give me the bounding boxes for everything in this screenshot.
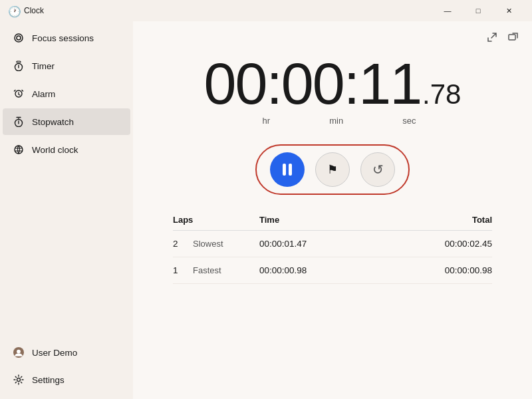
stopwatch-label: Stopwatch: [32, 117, 74, 127]
laps-col-header: Laps: [173, 215, 259, 225]
flag-icon: ⚑: [327, 162, 338, 177]
settings-label: Settings: [32, 375, 65, 385]
time-display: 00:00:11 .78: [204, 55, 462, 113]
alarm-icon: [13, 88, 24, 99]
lap-number-2: 2: [173, 239, 193, 249]
minimize-button[interactable]: —: [432, 0, 463, 21]
lap-tag-1: Fastest: [193, 265, 259, 275]
lap-time-1: 00:00:00.98: [259, 265, 379, 275]
reset-icon: ↺: [372, 162, 384, 178]
svg-point-0: [15, 34, 23, 42]
sidebar-bottom: User Demo Settings: [0, 338, 133, 399]
expand-controls: [484, 29, 521, 45]
lap-row: 2 Slowest 00:00:01.47 00:00:02.45: [173, 231, 492, 257]
detach-icon[interactable]: [505, 29, 521, 45]
focus-sessions-label: Focus sessions: [32, 33, 94, 43]
min-label: min: [329, 116, 343, 126]
alarm-label: Alarm: [32, 89, 55, 99]
user-avatar-icon: [13, 347, 24, 358]
focus-sessions-icon: [13, 33, 24, 43]
time-labels: hr min sec: [219, 116, 446, 126]
sidebar: Focus sessions Timer Alarm: [0, 21, 133, 399]
close-button[interactable]: ✕: [493, 0, 524, 21]
sidebar-item-settings[interactable]: Settings: [3, 366, 130, 393]
lap-tag-2: Slowest: [193, 239, 259, 249]
sidebar-item-world-clock[interactable]: World clock: [3, 136, 130, 163]
maximize-button[interactable]: □: [463, 0, 493, 21]
sidebar-item-stopwatch[interactable]: Stopwatch: [3, 108, 130, 135]
timer-icon: [13, 61, 24, 71]
time-centiseconds: .78: [422, 80, 461, 108]
svg-point-1: [17, 36, 21, 40]
sidebar-item-focus-sessions[interactable]: Focus sessions: [3, 25, 130, 51]
hr-label: hr: [263, 116, 271, 126]
svg-rect-13: [509, 35, 515, 40]
svg-point-7: [15, 146, 23, 154]
lap-total-2: 00:00:02.45: [379, 239, 492, 249]
lap-total-1: 00:00:00.98: [379, 265, 492, 275]
controls-group: ⚑ ↺: [255, 144, 410, 195]
expand-icon[interactable]: [484, 29, 500, 45]
lap-row: 1 Fastest 00:00:00.98 00:00:00.98: [173, 257, 492, 284]
pause-icon: [283, 164, 292, 176]
sidebar-item-alarm[interactable]: Alarm: [3, 80, 130, 107]
reset-button[interactable]: ↺: [360, 152, 395, 187]
app-body: Focus sessions Timer Alarm: [0, 21, 532, 399]
lap-button[interactable]: ⚑: [315, 152, 350, 187]
time-hours-minutes-seconds: 00:00:11: [204, 55, 422, 113]
world-clock-icon: [13, 144, 24, 155]
svg-rect-2: [17, 61, 21, 63]
app-title: Clock: [24, 6, 432, 15]
user-label: User Demo: [32, 348, 77, 358]
app-icon: 🕐: [8, 5, 19, 16]
world-clock-label: World clock: [32, 145, 78, 155]
window-controls: — □ ✕: [432, 0, 524, 21]
sidebar-item-user[interactable]: User Demo: [3, 339, 130, 366]
settings-icon: [13, 374, 24, 385]
sec-label: sec: [402, 116, 416, 126]
total-col-header: Total: [379, 215, 492, 225]
svg-point-12: [17, 378, 21, 382]
lap-number-1: 1: [173, 265, 193, 275]
timer-label: Timer: [32, 61, 55, 71]
stopwatch-icon: [13, 116, 24, 127]
main-content: 00:00:11 .78 hr min sec ⚑ ↺: [133, 21, 532, 399]
title-bar: 🕐 Clock — □ ✕: [0, 0, 532, 21]
laps-section: Laps Time Total 2 Slowest 00:00:01.47 00…: [173, 211, 492, 284]
time-col-header: Time: [259, 215, 379, 225]
laps-header: Laps Time Total: [173, 211, 492, 231]
pause-button[interactable]: [270, 152, 305, 187]
svg-point-11: [17, 350, 21, 354]
lap-time-2: 00:00:01.47: [259, 239, 379, 249]
sidebar-item-timer[interactable]: Timer: [3, 53, 130, 79]
